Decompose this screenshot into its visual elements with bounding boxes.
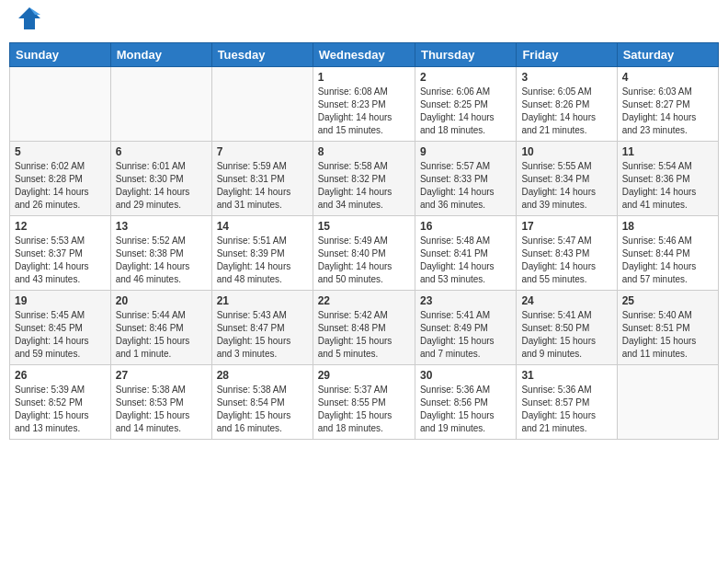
day-number: 22: [318, 294, 410, 307]
calendar-cell: 15Sunrise: 5:49 AM Sunset: 8:40 PM Dayli…: [313, 216, 415, 291]
day-number: 12: [15, 220, 106, 233]
day-number: 14: [217, 220, 308, 233]
day-number: 7: [217, 145, 308, 158]
day-number: 28: [217, 369, 308, 382]
day-number: 17: [521, 220, 611, 233]
day-number: 4: [622, 71, 713, 84]
day-info: Sunrise: 5:36 AM Sunset: 8:57 PM Dayligh…: [521, 384, 611, 435]
calendar-cell: 19Sunrise: 5:45 AM Sunset: 8:45 PM Dayli…: [10, 291, 111, 365]
day-number: 21: [217, 294, 308, 307]
day-info: Sunrise: 5:36 AM Sunset: 8:56 PM Dayligh…: [420, 384, 511, 435]
day-number: 11: [622, 145, 713, 158]
calendar-cell: 16Sunrise: 5:48 AM Sunset: 8:41 PM Dayli…: [415, 216, 516, 291]
calendar-cell: 18Sunrise: 5:46 AM Sunset: 8:44 PM Dayli…: [617, 216, 718, 291]
day-info: Sunrise: 5:46 AM Sunset: 8:44 PM Dayligh…: [622, 235, 713, 286]
day-number: 2: [420, 71, 511, 84]
calendar-cell: 4Sunrise: 6:03 AM Sunset: 8:27 PM Daylig…: [617, 67, 718, 142]
calendar-cell: 6Sunrise: 6:01 AM Sunset: 8:30 PM Daylig…: [110, 142, 211, 216]
day-number: 26: [15, 369, 106, 382]
calendar-cell: 30Sunrise: 5:36 AM Sunset: 8:56 PM Dayli…: [415, 365, 516, 440]
day-info: Sunrise: 6:06 AM Sunset: 8:25 PM Dayligh…: [420, 86, 511, 137]
day-info: Sunrise: 5:42 AM Sunset: 8:48 PM Dayligh…: [318, 309, 410, 361]
day-info: Sunrise: 5:55 AM Sunset: 8:34 PM Dayligh…: [521, 160, 611, 212]
day-number: 31: [521, 369, 611, 382]
calendar-cell: 31Sunrise: 5:36 AM Sunset: 8:57 PM Dayli…: [517, 365, 617, 440]
day-info: Sunrise: 6:01 AM Sunset: 8:30 PM Dayligh…: [116, 160, 207, 212]
day-info: Sunrise: 5:59 AM Sunset: 8:31 PM Dayligh…: [217, 160, 308, 212]
calendar-cell: 14Sunrise: 5:51 AM Sunset: 8:39 PM Dayli…: [211, 216, 313, 291]
day-info: Sunrise: 6:05 AM Sunset: 8:26 PM Dayligh…: [521, 86, 611, 137]
day-number: 27: [116, 369, 207, 382]
calendar-cell: 2Sunrise: 6:06 AM Sunset: 8:25 PM Daylig…: [415, 67, 516, 142]
calendar-cell: 5Sunrise: 6:02 AM Sunset: 8:28 PM Daylig…: [10, 142, 111, 216]
day-number: 5: [15, 145, 106, 158]
day-info: Sunrise: 5:51 AM Sunset: 8:39 PM Dayligh…: [217, 235, 308, 286]
calendar-cell: 7Sunrise: 5:59 AM Sunset: 8:31 PM Daylig…: [211, 142, 313, 216]
day-number: 16: [420, 220, 511, 233]
calendar-cell: 24Sunrise: 5:41 AM Sunset: 8:50 PM Dayli…: [517, 291, 617, 365]
day-info: Sunrise: 6:03 AM Sunset: 8:27 PM Dayligh…: [622, 86, 713, 137]
day-info: Sunrise: 5:43 AM Sunset: 8:47 PM Dayligh…: [217, 309, 308, 361]
calendar-cell: 8Sunrise: 5:58 AM Sunset: 8:32 PM Daylig…: [313, 142, 415, 216]
day-info: Sunrise: 5:52 AM Sunset: 8:38 PM Dayligh…: [116, 235, 207, 286]
calendar-week-row: 12Sunrise: 5:53 AM Sunset: 8:37 PM Dayli…: [10, 216, 719, 291]
day-info: Sunrise: 5:47 AM Sunset: 8:43 PM Dayligh…: [521, 235, 611, 286]
day-number: 15: [318, 220, 410, 233]
day-info: Sunrise: 5:39 AM Sunset: 8:52 PM Dayligh…: [15, 384, 106, 435]
day-info: Sunrise: 5:41 AM Sunset: 8:50 PM Dayligh…: [521, 309, 611, 361]
day-header-tuesday: Tuesday: [211, 43, 313, 67]
calendar-cell: 13Sunrise: 5:52 AM Sunset: 8:38 PM Dayli…: [110, 216, 211, 291]
day-info: Sunrise: 5:44 AM Sunset: 8:46 PM Dayligh…: [116, 309, 207, 361]
day-info: Sunrise: 5:40 AM Sunset: 8:51 PM Dayligh…: [622, 309, 713, 361]
calendar-cell: 10Sunrise: 5:55 AM Sunset: 8:34 PM Dayli…: [517, 142, 617, 216]
calendar-cell: 21Sunrise: 5:43 AM Sunset: 8:47 PM Dayli…: [211, 291, 313, 365]
calendar-week-row: 1Sunrise: 6:08 AM Sunset: 8:23 PM Daylig…: [10, 67, 719, 142]
day-header-wednesday: Wednesday: [313, 43, 415, 67]
day-header-sunday: Sunday: [10, 43, 111, 67]
day-number: 13: [116, 220, 207, 233]
day-info: Sunrise: 5:38 AM Sunset: 8:53 PM Dayligh…: [116, 384, 207, 435]
calendar-cell: [211, 67, 313, 142]
day-number: 9: [420, 145, 511, 158]
day-number: 20: [116, 294, 207, 307]
day-number: 1: [318, 71, 410, 84]
day-number: 29: [318, 369, 410, 382]
day-info: Sunrise: 6:08 AM Sunset: 8:23 PM Dayligh…: [318, 86, 410, 137]
calendar-cell: 12Sunrise: 5:53 AM Sunset: 8:37 PM Dayli…: [10, 216, 111, 291]
day-info: Sunrise: 5:54 AM Sunset: 8:36 PM Dayligh…: [622, 160, 713, 212]
calendar-header-row: SundayMondayTuesdayWednesdayThursdayFrid…: [10, 43, 719, 67]
calendar-cell: 9Sunrise: 5:57 AM Sunset: 8:33 PM Daylig…: [415, 142, 516, 216]
calendar-cell: 25Sunrise: 5:40 AM Sunset: 8:51 PM Dayli…: [617, 291, 718, 365]
day-info: Sunrise: 5:49 AM Sunset: 8:40 PM Dayligh…: [318, 235, 410, 286]
day-number: 24: [521, 294, 611, 307]
day-number: 30: [420, 369, 511, 382]
calendar-cell: 20Sunrise: 5:44 AM Sunset: 8:46 PM Dayli…: [110, 291, 211, 365]
calendar-week-row: 26Sunrise: 5:39 AM Sunset: 8:52 PM Dayli…: [10, 365, 719, 440]
day-number: 23: [420, 294, 511, 307]
day-info: Sunrise: 5:45 AM Sunset: 8:45 PM Dayligh…: [15, 309, 106, 361]
day-info: Sunrise: 6:02 AM Sunset: 8:28 PM Dayligh…: [15, 160, 106, 212]
day-number: 8: [318, 145, 410, 158]
calendar-cell: 26Sunrise: 5:39 AM Sunset: 8:52 PM Dayli…: [10, 365, 111, 440]
day-info: Sunrise: 5:57 AM Sunset: 8:33 PM Dayligh…: [420, 160, 511, 212]
logo: [13, 9, 42, 35]
day-number: 19: [15, 294, 106, 307]
calendar-cell: 17Sunrise: 5:47 AM Sunset: 8:43 PM Dayli…: [517, 216, 617, 291]
calendar-cell: 23Sunrise: 5:41 AM Sunset: 8:49 PM Dayli…: [415, 291, 516, 365]
day-info: Sunrise: 5:37 AM Sunset: 8:55 PM Dayligh…: [318, 384, 410, 435]
day-number: 3: [521, 71, 611, 84]
calendar-cell: 27Sunrise: 5:38 AM Sunset: 8:53 PM Dayli…: [110, 365, 211, 440]
calendar-cell: 28Sunrise: 5:38 AM Sunset: 8:54 PM Dayli…: [211, 365, 313, 440]
day-header-monday: Monday: [110, 43, 211, 67]
day-info: Sunrise: 5:58 AM Sunset: 8:32 PM Dayligh…: [318, 160, 410, 212]
day-header-friday: Friday: [517, 43, 617, 67]
day-info: Sunrise: 5:48 AM Sunset: 8:41 PM Dayligh…: [420, 235, 511, 286]
day-info: Sunrise: 5:41 AM Sunset: 8:49 PM Dayligh…: [420, 309, 511, 361]
day-number: 25: [622, 294, 713, 307]
day-header-thursday: Thursday: [415, 43, 516, 67]
calendar-week-row: 5Sunrise: 6:02 AM Sunset: 8:28 PM Daylig…: [10, 142, 719, 216]
svg-marker-0: [18, 7, 40, 29]
day-info: Sunrise: 5:38 AM Sunset: 8:54 PM Dayligh…: [217, 384, 308, 435]
day-number: 6: [116, 145, 207, 158]
page-header: [9, 9, 719, 35]
